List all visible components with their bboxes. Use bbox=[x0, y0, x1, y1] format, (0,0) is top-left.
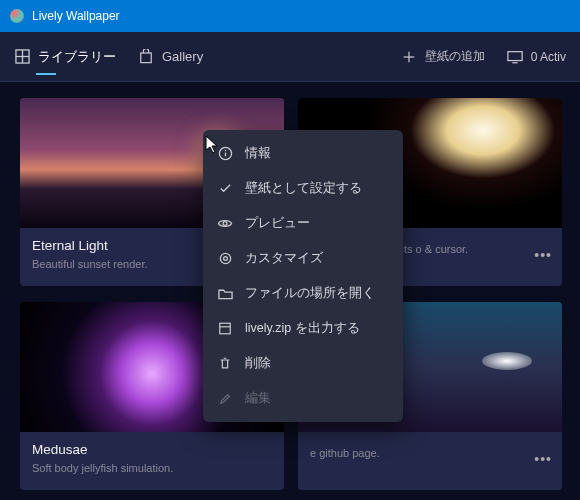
add-wallpaper-button[interactable]: 壁紙の追加 bbox=[401, 48, 485, 65]
wallpaper-description: e github page. bbox=[310, 446, 550, 461]
menu-item-label: ファイルの場所を開く bbox=[245, 285, 375, 302]
plus-icon bbox=[401, 49, 417, 65]
menu-item-info[interactable]: 情報 bbox=[203, 136, 403, 171]
menu-item-set-wallpaper[interactable]: 壁紙として設定する bbox=[203, 171, 403, 206]
gear-icon bbox=[217, 251, 233, 267]
svg-rect-14 bbox=[220, 323, 231, 334]
monitor-icon bbox=[507, 49, 523, 65]
menu-item-customize[interactable]: カスタマイズ bbox=[203, 241, 403, 276]
svg-rect-3 bbox=[141, 53, 152, 63]
trash-icon bbox=[217, 356, 233, 372]
menu-item-label: 編集 bbox=[245, 390, 271, 407]
app-icon bbox=[10, 9, 24, 23]
more-options-button[interactable]: ••• bbox=[530, 447, 556, 471]
wallpaper-title: Medusae bbox=[32, 442, 272, 457]
menu-item-label: 削除 bbox=[245, 355, 271, 372]
menu-item-export-zip[interactable]: lively.zip を出力する bbox=[203, 311, 403, 346]
active-wallpapers-label: 0 Activ bbox=[531, 50, 566, 64]
svg-point-13 bbox=[223, 257, 227, 261]
eye-icon bbox=[217, 216, 233, 232]
menu-item-label: 壁紙として設定する bbox=[245, 180, 362, 197]
folder-icon bbox=[217, 286, 233, 302]
menu-item-label: lively.zip を出力する bbox=[245, 320, 360, 337]
menu-item-label: プレビュー bbox=[245, 215, 310, 232]
context-menu: 情報 壁紙として設定する プレビュー カスタマイズ ファイルの場所を開く liv… bbox=[203, 130, 403, 422]
app-title: Lively Wallpaper bbox=[32, 9, 120, 23]
tab-library[interactable]: ライブラリー bbox=[14, 32, 116, 81]
tab-label: Gallery bbox=[162, 49, 203, 64]
svg-rect-6 bbox=[508, 51, 522, 60]
wallpaper-description: Soft body jellyfish simulation. bbox=[32, 461, 272, 476]
svg-point-12 bbox=[220, 253, 230, 263]
bag-icon bbox=[138, 49, 154, 65]
tab-label: ライブラリー bbox=[38, 48, 116, 66]
toolbar: ライブラリー Gallery 壁紙の追加 0 Activ bbox=[0, 32, 580, 82]
svg-point-10 bbox=[224, 150, 226, 152]
add-wallpaper-label: 壁紙の追加 bbox=[425, 48, 485, 65]
archive-icon bbox=[217, 321, 233, 337]
tab-gallery[interactable]: Gallery bbox=[138, 32, 203, 81]
active-wallpapers-button[interactable]: 0 Activ bbox=[507, 49, 566, 65]
menu-item-label: 情報 bbox=[245, 145, 271, 162]
menu-item-edit: 編集 bbox=[203, 381, 403, 416]
menu-item-delete[interactable]: 削除 bbox=[203, 346, 403, 381]
menu-item-open-location[interactable]: ファイルの場所を開く bbox=[203, 276, 403, 311]
pencil-icon bbox=[217, 391, 233, 407]
more-options-button[interactable]: ••• bbox=[530, 243, 556, 267]
menu-item-preview[interactable]: プレビュー bbox=[203, 206, 403, 241]
titlebar: Lively Wallpaper bbox=[0, 0, 580, 32]
check-icon bbox=[217, 181, 233, 197]
menu-item-label: カスタマイズ bbox=[245, 250, 323, 267]
grid-icon bbox=[14, 49, 30, 65]
info-icon bbox=[217, 146, 233, 162]
svg-point-11 bbox=[223, 222, 227, 226]
